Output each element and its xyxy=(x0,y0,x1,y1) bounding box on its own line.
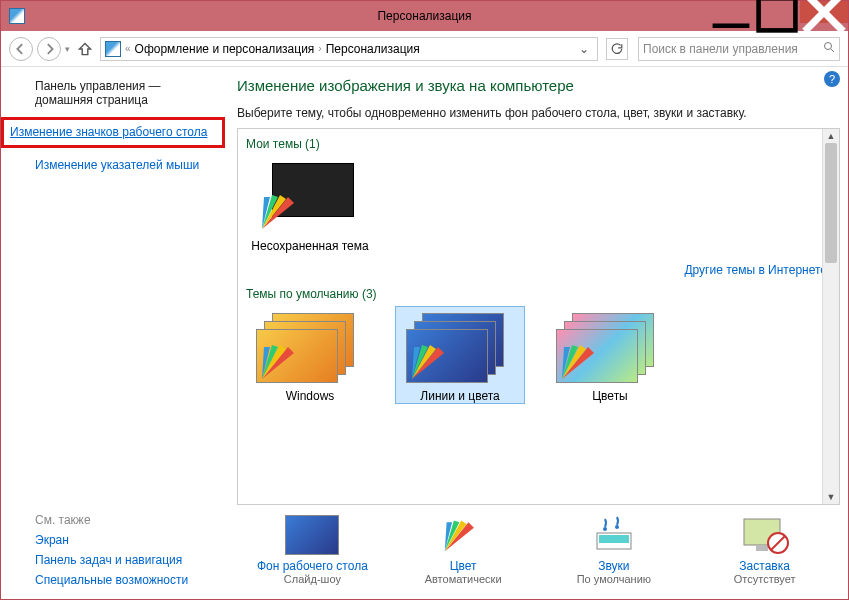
color-fan-icon xyxy=(258,339,306,383)
theme-windows[interactable]: Windows xyxy=(246,307,374,403)
svg-rect-1 xyxy=(759,0,796,30)
svg-point-9 xyxy=(615,525,619,529)
scrollbar[interactable]: ▲ ▼ xyxy=(822,129,839,504)
chevron-icon[interactable]: « xyxy=(125,43,131,54)
sounds-icon xyxy=(587,515,641,555)
see-also-heading: См. также xyxy=(35,513,188,527)
change-desktop-icons-link[interactable]: Изменение значков рабочего стола xyxy=(10,125,216,139)
more-themes-link[interactable]: Другие темы в Интернете xyxy=(250,263,827,277)
svg-rect-11 xyxy=(756,545,768,551)
svg-rect-7 xyxy=(599,535,629,543)
window: Персонализация ▾ « Оформление и персонал… xyxy=(0,0,849,600)
color-icon xyxy=(436,515,490,555)
body: Панель управления — домашняя страница Из… xyxy=(1,67,848,599)
screensaver-icon xyxy=(738,515,792,555)
minimize-button[interactable] xyxy=(708,1,754,23)
breadcrumb-dropdown-icon[interactable]: ⌄ xyxy=(575,42,593,56)
scroll-thumb[interactable] xyxy=(825,143,837,263)
color-fan-icon xyxy=(258,189,306,233)
theme-unsaved[interactable]: Несохраненная тема xyxy=(246,157,374,253)
scroll-down-icon[interactable]: ▼ xyxy=(823,490,839,504)
sounds-button[interactable]: Звуки По умолчанию xyxy=(544,515,684,585)
change-mouse-pointers-link[interactable]: Изменение указателей мыши xyxy=(35,158,219,172)
page-subtext: Выберите тему, чтобы одновременно измени… xyxy=(237,106,840,120)
search-input[interactable]: Поиск в панели управления xyxy=(638,37,840,61)
theme-lines-and-colors[interactable]: Линии и цвета xyxy=(396,307,524,403)
theme-label: Несохраненная тема xyxy=(246,239,374,253)
theme-label: Линии и цвета xyxy=(396,389,524,403)
search-icon[interactable] xyxy=(823,41,835,56)
highlight-box: Изменение значков рабочего стола xyxy=(1,117,225,148)
forward-button[interactable] xyxy=(37,37,61,61)
section-default-themes: Темы по умолчанию (3) xyxy=(246,287,831,301)
chevron-icon[interactable]: › xyxy=(318,43,321,54)
section-my-themes: Мои темы (1) xyxy=(246,137,831,151)
cp-icon xyxy=(105,41,121,57)
see-also-link[interactable]: Экран xyxy=(35,533,188,547)
svg-point-8 xyxy=(603,527,607,531)
svg-line-5 xyxy=(831,49,834,52)
theme-flowers[interactable]: Цветы xyxy=(546,307,674,403)
back-button[interactable] xyxy=(9,37,33,61)
refresh-button[interactable] xyxy=(606,38,628,60)
recent-dropdown-icon[interactable]: ▾ xyxy=(65,44,70,54)
see-also-link[interactable]: Панель задач и навигация xyxy=(35,553,188,567)
up-button[interactable] xyxy=(74,38,96,60)
svg-point-4 xyxy=(825,43,832,50)
screensaver-button[interactable]: Заставка Отсутствует xyxy=(695,515,835,585)
title-bar[interactable]: Персонализация xyxy=(1,1,848,31)
scroll-up-icon[interactable]: ▲ xyxy=(823,129,839,143)
window-buttons xyxy=(708,1,848,23)
sidebar: Панель управления — домашняя страница Из… xyxy=(1,67,225,599)
see-also: См. также Экран Панель задач и навигация… xyxy=(35,513,188,587)
nav-bar: ▾ « Оформление и персонализация › Персон… xyxy=(1,31,848,67)
see-also-link[interactable]: Специальные возможности xyxy=(35,573,188,587)
background-icon xyxy=(285,515,339,555)
breadcrumb-item[interactable]: Оформление и персонализация xyxy=(135,42,315,56)
theme-label: Windows xyxy=(246,389,374,403)
desktop-background-button[interactable]: Фон рабочего стола Слайд-шоу xyxy=(242,515,382,585)
close-button[interactable] xyxy=(800,1,848,23)
page-heading: Изменение изображения и звука на компьют… xyxy=(237,77,840,94)
maximize-button[interactable] xyxy=(754,1,800,23)
help-icon[interactable]: ? xyxy=(824,71,840,87)
breadcrumb-bar[interactable]: « Оформление и персонализация › Персонал… xyxy=(100,37,598,61)
themes-area: Мои темы (1) Несохраненная тема Другие т… xyxy=(237,128,840,505)
theme-label: Цветы xyxy=(546,389,674,403)
cp-home-link[interactable]: Панель управления — домашняя страница xyxy=(35,79,219,107)
bottom-bar: Фон рабочего стола Слайд-шоу Цвет Автома… xyxy=(237,505,840,589)
breadcrumb-item[interactable]: Персонализация xyxy=(326,42,420,56)
main-content: ? Изменение изображения и звука на компь… xyxy=(225,67,848,599)
color-fan-icon xyxy=(408,339,456,383)
color-fan-icon xyxy=(558,339,606,383)
color-button[interactable]: Цвет Автоматически xyxy=(393,515,533,585)
search-placeholder: Поиск в панели управления xyxy=(643,42,798,56)
